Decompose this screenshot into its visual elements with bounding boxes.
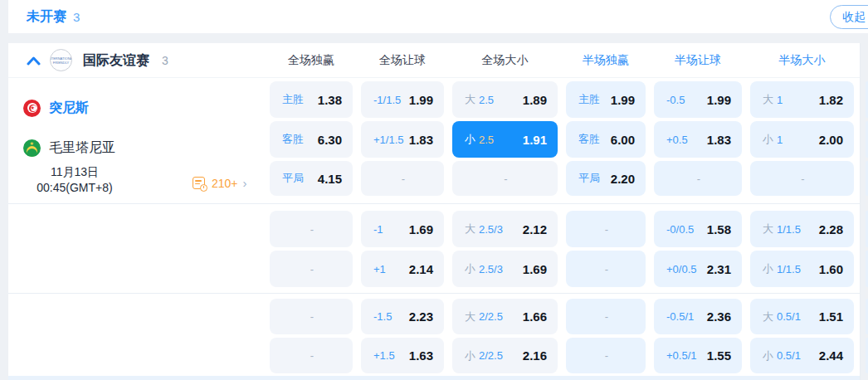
- handicap-line: 1: [777, 94, 783, 106]
- more-markets-link[interactable]: 210+ ›: [193, 176, 247, 190]
- league-match-count: 3: [162, 54, 168, 67]
- odds-cell[interactable]: +0.5/11.55: [654, 338, 742, 373]
- odds-label: -1: [373, 223, 383, 236]
- odds-value: 2.23: [409, 309, 433, 324]
- odds-group-fulltime-main: 主胜1.38-1/1.51.99大2.51.89主胜1.99-0.51.99大1…: [270, 81, 854, 196]
- odds-cell[interactable]: -0/0.51.58: [654, 211, 742, 247]
- odds-cell[interactable]: 平局2.20: [566, 161, 646, 196]
- empty-odds-dash: -: [310, 310, 314, 323]
- league-collapse-chevron-icon[interactable]: [27, 54, 41, 69]
- odds-cell[interactable]: 大0.5/11.51: [750, 299, 854, 334]
- odds-cell[interactable]: 客胜6.30: [270, 121, 353, 158]
- column-header-1: 全场让球: [361, 53, 444, 68]
- over-under-label: 小: [465, 132, 475, 147]
- odds-cell[interactable]: -1/1.51.99: [361, 81, 444, 118]
- odds-label: 平局: [282, 171, 304, 186]
- odds-label: -0/0.5: [666, 223, 694, 236]
- odds-label: 客胜: [578, 132, 600, 147]
- group-divider: [8, 293, 860, 294]
- over-under-label: 大: [465, 222, 475, 236]
- odds-value: 2.12: [523, 222, 547, 236]
- league-name[interactable]: 国际友谊赛: [83, 52, 149, 70]
- empty-odds-dash: -: [605, 310, 608, 323]
- odds-cell[interactable]: +1/1.51.83: [361, 121, 444, 158]
- away-team-row[interactable]: ★ 毛里塔尼亚: [23, 129, 115, 166]
- odds-cell-empty: -: [654, 161, 742, 196]
- odds-value: 2.44: [819, 348, 843, 363]
- markets-doc-clock-icon: [193, 177, 205, 189]
- handicap-line: 0.5/1: [777, 310, 801, 323]
- odds-cell[interactable]: -0.5/12.36: [654, 299, 742, 334]
- collapse-all-button[interactable]: 收起: [830, 5, 868, 29]
- empty-odds-dash: -: [605, 349, 608, 362]
- match-date: 11月13日: [17, 164, 133, 180]
- odds-cell[interactable]: 小2.5/31.69: [452, 251, 558, 287]
- odds-cell-empty: -: [270, 211, 353, 247]
- odds-cell-empty: -: [361, 161, 444, 196]
- empty-odds-dash: -: [697, 173, 700, 185]
- odds-value: 1.91: [523, 133, 547, 147]
- empty-odds-dash: -: [402, 173, 405, 185]
- handicap-line: 2/2.5: [479, 349, 503, 362]
- handicap-line: 1/1.5: [777, 223, 801, 236]
- odds-cell[interactable]: 小12.00: [750, 121, 854, 158]
- odds-cell[interactable]: -1.52.23: [361, 299, 444, 334]
- home-team-row[interactable]: ★ 突尼斯: [23, 90, 89, 126]
- odds-label: 主胜: [282, 92, 304, 107]
- column-header-0: 全场独赢: [270, 53, 353, 68]
- odds-cell[interactable]: 大11.82: [750, 81, 854, 118]
- odds-cell-empty: -: [270, 299, 353, 334]
- over-under-label: 大: [465, 309, 475, 324]
- odds-label: +1.5: [373, 349, 395, 362]
- empty-odds-dash: -: [605, 263, 608, 275]
- odds-value: 2.00: [819, 133, 843, 147]
- odds-cell[interactable]: 大2/2.51.66: [452, 299, 558, 334]
- odds-cell[interactable]: 大2.5/32.12: [452, 211, 558, 247]
- odds-group-alt-lines-2: --1.52.23大2/2.51.66--0.5/12.36大0.5/11.51…: [270, 299, 854, 373]
- odds-cell[interactable]: 主胜1.99: [566, 81, 646, 118]
- odds-label: 主胜: [578, 92, 600, 107]
- odds-cell[interactable]: 大2.51.89: [452, 81, 558, 118]
- odds-cell[interactable]: +1.51.63: [361, 338, 444, 373]
- empty-odds-dash: -: [310, 263, 314, 275]
- odds-cell[interactable]: -0.51.99: [654, 81, 742, 118]
- odds-cell[interactable]: 主胜1.38: [270, 81, 353, 118]
- odds-cell-selected[interactable]: 小2.51.91: [452, 121, 558, 158]
- odds-cell[interactable]: +0/0.52.31: [654, 251, 742, 287]
- collapse-all-label: 收起: [842, 10, 866, 25]
- odds-value: 2.36: [707, 309, 731, 324]
- odds-label: -1.5: [373, 310, 392, 323]
- odds-cell-empty: -: [452, 161, 558, 196]
- markets-count: 210+: [212, 177, 238, 190]
- next-section-edge: [8, 376, 860, 380]
- over-under-label: 大: [763, 92, 773, 107]
- handicap-line: 2/2.5: [479, 310, 503, 323]
- odds-cell[interactable]: 小2/2.52.16: [452, 338, 558, 373]
- odds-label: -1/1.5: [373, 94, 401, 106]
- odds-cell[interactable]: +12.14: [361, 251, 444, 287]
- home-team-name: 突尼斯: [49, 100, 89, 117]
- handicap-line: 2.5/3: [479, 263, 503, 275]
- odds-cell-empty: -: [566, 251, 646, 287]
- odds-label: 平局: [578, 171, 600, 186]
- odds-cell[interactable]: 小0.5/12.44: [750, 338, 854, 373]
- odds-value: 2.31: [707, 262, 731, 276]
- over-under-label: 大: [465, 92, 475, 107]
- odds-cell[interactable]: 平局4.15: [270, 161, 353, 196]
- odds-cell[interactable]: 客胜6.00: [566, 121, 646, 158]
- odds-cell-empty: -: [566, 211, 646, 247]
- mauritania-flag-icon: ★: [23, 139, 41, 157]
- over-under-label: 小: [763, 261, 773, 276]
- odds-cell[interactable]: 大1/1.52.28: [750, 211, 854, 247]
- group-divider: [8, 203, 860, 204]
- empty-odds-dash: -: [504, 173, 507, 185]
- odds-value: 1.58: [707, 222, 731, 236]
- odds-cell[interactable]: -11.69: [361, 211, 444, 247]
- status-filter-title[interactable]: 未开赛: [27, 8, 66, 26]
- odds-cell[interactable]: 小1/1.51.60: [750, 251, 854, 287]
- market-column-headers: 全场独赢全场让球全场大小半场独赢半场让球半场大小: [270, 43, 854, 78]
- odds-cell[interactable]: +0.51.83: [654, 121, 742, 158]
- odds-value: 4.15: [318, 172, 342, 186]
- tunisia-flag-icon: ★: [23, 100, 41, 117]
- column-header-2: 全场大小: [452, 53, 558, 68]
